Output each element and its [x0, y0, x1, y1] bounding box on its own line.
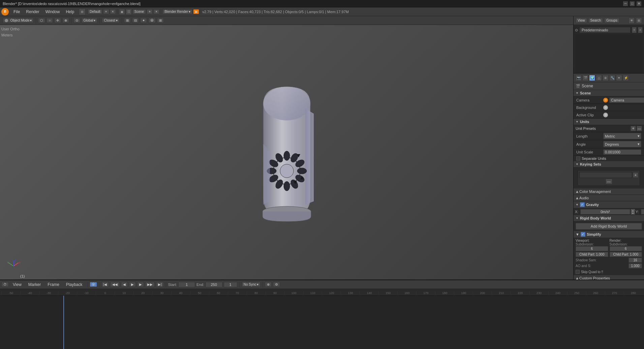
audio-section[interactable]: ▶ Audio: [574, 195, 644, 201]
render-play-btn[interactable]: ▶: [193, 9, 199, 14]
tl-keyframe-btn[interactable]: ⊕: [265, 282, 272, 287]
constraint-icon[interactable]: ⊗: [603, 75, 609, 81]
length-dropdown[interactable]: Metric ▾: [603, 133, 641, 139]
timeline-track[interactable]: [0, 296, 644, 349]
editor-type-icon[interactable]: ⊞: [79, 8, 86, 15]
shadow-samples-input[interactable]: [628, 258, 642, 263]
scene-btn[interactable]: Scene: [132, 9, 146, 14]
separate-units-checkbox[interactable]: [576, 156, 580, 161]
tl-play-btn[interactable]: ▶: [129, 282, 136, 287]
vp-overlay-btn[interactable]: ⊞: [124, 18, 131, 23]
scene-icon[interactable]: 🎬: [582, 75, 588, 81]
outliner-view-btn[interactable]: View: [576, 18, 587, 23]
keying-sets-input[interactable]: [579, 172, 632, 178]
unit-presets-remove-btn[interactable]: —: [637, 126, 642, 131]
viewport-content[interactable]: User Ortho Meters: [0, 25, 573, 280]
minimize-button[interactable]: ─: [623, 1, 628, 6]
modifier-icon[interactable]: 🔧: [609, 75, 615, 81]
vp-transform-btn[interactable]: Global ▾: [82, 18, 98, 23]
close-button[interactable]: ✕: [637, 1, 641, 6]
menu-window[interactable]: Window: [43, 9, 63, 15]
tl-marker-btn[interactable]: Marker: [26, 282, 43, 288]
vp-record-btn[interactable]: ⦿: [148, 18, 156, 23]
tl-record-btn[interactable]: ⦿: [90, 282, 97, 287]
tl-type-btn[interactable]: ⏱: [1, 282, 9, 287]
unit-presets-add-btn[interactable]: +: [631, 126, 636, 131]
tl-view-btn[interactable]: View: [10, 282, 24, 288]
keying-sets-header[interactable]: ▼ Keying Sets: [574, 161, 644, 168]
child-part-render-input[interactable]: [610, 252, 642, 257]
default-mode-btn[interactable]: Default: [88, 9, 102, 14]
tl-fwd-btn[interactable]: ▶: [137, 282, 144, 287]
simplify-section-header[interactable]: ▼ ✓ Simplify: [574, 231, 644, 238]
units-section-header[interactable]: ▼ Units: [574, 119, 644, 125]
menu-file[interactable]: File: [11, 9, 23, 15]
tl-options-btn[interactable]: ⚙: [273, 282, 280, 287]
gravity-x-input[interactable]: [580, 209, 630, 214]
outliner-close-btn[interactable]: ×: [638, 27, 643, 33]
vp-mode-btn[interactable]: Object Mode ▾: [3, 18, 34, 23]
rigid-body-header[interactable]: ▼ Rigid Body World: [574, 215, 644, 222]
menu-render[interactable]: Render: [23, 9, 42, 15]
vp-pivot-btn[interactable]: ⊙: [73, 18, 80, 23]
skip-quad-checkbox[interactable]: [576, 270, 580, 274]
vp-render-btn[interactable]: ⊞: [157, 18, 164, 23]
gravity-y-input[interactable]: [641, 209, 644, 214]
tl-jump-end-btn[interactable]: ▶|: [156, 282, 164, 287]
subdiv-render-input[interactable]: [610, 246, 642, 251]
tl-frame-btn[interactable]: Frame: [45, 282, 62, 288]
render-type-icon2[interactable]: ☷: [126, 9, 132, 15]
gravity-section-header[interactable]: ▼ ✓ Gravity: [574, 201, 644, 208]
scene-plus-btn[interactable]: +: [147, 9, 153, 14]
outliner-icon2[interactable]: ⊞: [636, 18, 642, 24]
vp-snap-btn[interactable]: ⊕: [62, 18, 69, 23]
color-management-section[interactable]: ▶ Color Management: [574, 188, 644, 195]
start-frame-input[interactable]: [178, 282, 195, 287]
vp-perspective-btn[interactable]: ⬡: [38, 18, 45, 23]
physics-icon[interactable]: ⚡: [623, 75, 629, 81]
ao-samples-input[interactable]: [628, 263, 642, 268]
tl-jump-start-btn[interactable]: |◀: [101, 282, 109, 287]
mode-x-btn[interactable]: ×: [110, 9, 116, 14]
custom-properties-section[interactable]: ▶ Custom Properties: [574, 275, 644, 280]
tl-next-btn[interactable]: ▶▶: [145, 282, 155, 287]
menu-help[interactable]: Help: [63, 9, 77, 15]
simplify-checkbox[interactable]: ✓: [581, 232, 585, 237]
particle-icon[interactable]: ✦: [616, 75, 622, 81]
keying-bottom-btn[interactable]: —: [606, 179, 612, 184]
blender-logo[interactable]: B: [1, 8, 9, 16]
outliner-icon1[interactable]: 👁: [628, 18, 635, 24]
unit-scale-input[interactable]: [603, 149, 641, 155]
tl-back-btn[interactable]: ◀: [121, 282, 128, 287]
angle-dropdown[interactable]: Degrees ▾: [603, 141, 641, 147]
scene-section-header[interactable]: ▼ Scene: [574, 90, 644, 96]
child-part-viewport-input[interactable]: [576, 252, 608, 257]
maximize-button[interactable]: □: [630, 1, 635, 6]
outliner-add-btn[interactable]: +: [632, 27, 637, 33]
mode-plus-btn[interactable]: +: [103, 9, 109, 14]
gravity-x-down[interactable]: ▼: [631, 212, 635, 214]
gravity-checkbox[interactable]: ✓: [580, 202, 585, 207]
vp-snap-dropdown[interactable]: Closest ▾: [102, 18, 119, 23]
tl-playback-btn[interactable]: Playback: [63, 282, 85, 288]
render-icon[interactable]: 📷: [576, 75, 582, 81]
gravity-x-up[interactable]: ▲: [631, 209, 635, 212]
camera-input[interactable]: [609, 97, 644, 103]
scene-x-btn[interactable]: ×: [153, 9, 159, 14]
vp-gizmo-btn[interactable]: ✦: [140, 18, 147, 23]
end-frame-input[interactable]: [206, 282, 222, 287]
add-rigid-body-btn[interactable]: Add Rigid Body World: [576, 223, 642, 230]
keying-minus-btn[interactable]: +: [633, 172, 638, 178]
outliner-search-btn[interactable]: Search: [588, 18, 603, 23]
world-icon[interactable]: 🌍: [589, 75, 595, 81]
tl-prev-btn[interactable]: ◀◀: [110, 282, 120, 287]
vp-shading-btn[interactable]: ○: [47, 18, 53, 23]
predet-input[interactable]: [579, 27, 631, 33]
current-frame-input[interactable]: [224, 282, 237, 287]
outliner-groups-btn[interactable]: Groups: [604, 18, 619, 23]
engine-dropdown[interactable]: Blender Render ▾: [162, 9, 192, 14]
vp-manipulator-btn[interactable]: ✛: [54, 18, 61, 23]
vp-overlay-btn2[interactable]: ⊟: [132, 18, 139, 23]
tl-sync-btn[interactable]: No Sync ▾: [242, 282, 261, 287]
object-icon[interactable]: △: [596, 75, 602, 81]
